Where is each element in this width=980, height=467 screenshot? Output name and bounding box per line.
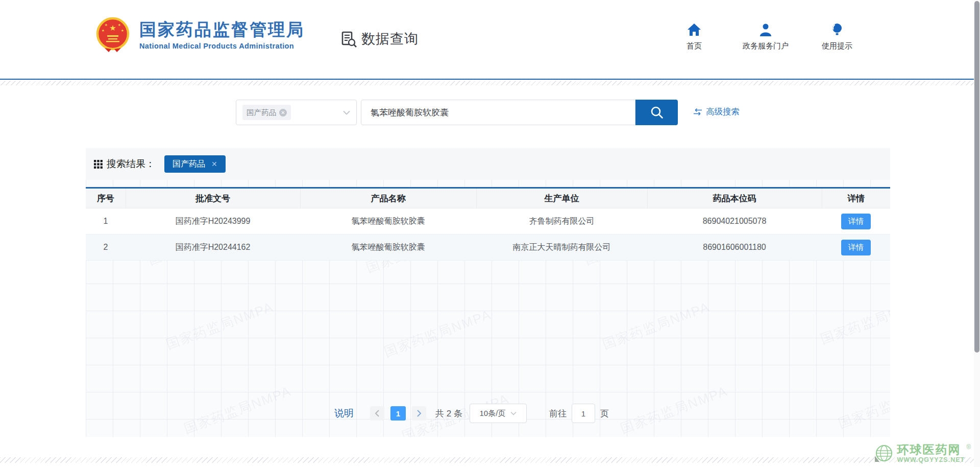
chevron-down-icon: [343, 110, 350, 115]
page: ★ ★ ★ ★ ★ 国家药品监督管理局 National Medical Pro…: [0, 0, 980, 467]
goto-suffix-label: 页: [600, 408, 609, 419]
sliders-icon: [693, 108, 702, 116]
category-tag-label: 国产药品: [247, 108, 276, 118]
bulb-icon: [829, 22, 845, 37]
nav-item-home[interactable]: 首页: [658, 22, 730, 51]
header-hatch-divider: [0, 81, 980, 85]
search-section: 国产药品 ✕ 高级搜索: [0, 100, 980, 125]
results-panel: 国家药监局NMPA国家药监局NMPA国家药监局NMPA国家药监局NMPA国家药监…: [86, 148, 890, 437]
footer-hatch-divider: [0, 457, 980, 463]
column-header-manufacturer: 生产单位: [476, 188, 647, 208]
cell-approval-no: 国药准字H20244162: [126, 235, 300, 261]
national-emblem-icon: ★ ★ ★ ★ ★: [94, 16, 131, 53]
svg-text:★: ★: [109, 24, 116, 32]
registered-mark: ®: [966, 443, 971, 451]
grid-icon: [94, 160, 103, 169]
cell-drug-code: 86901606001180: [647, 235, 822, 261]
site-name: 环球医药网: [897, 443, 965, 456]
nmpa-logo: ★ ★ ★ ★ ★ 国家药品监督管理局 National Medical Pro…: [94, 16, 305, 53]
table-row: 1 国药准字H20243999 氯苯唑酸葡胺软胶囊 齐鲁制药有限公司 86904…: [86, 208, 890, 235]
nav-item-label: 使用提示: [822, 41, 852, 51]
goto-page-input[interactable]: [572, 404, 595, 423]
next-page-button[interactable]: [412, 406, 426, 421]
nav-item-gov-portal[interactable]: 政务服务门户: [730, 22, 801, 51]
watermark-text: 国家药监局NMPA: [818, 293, 890, 348]
column-header-product-name: 产品名称: [300, 188, 476, 208]
nav-item-label: 政务服务门户: [743, 41, 789, 51]
cell-approval-no: 国药准字H20243999: [126, 208, 300, 235]
nav-item-label: 首页: [687, 41, 702, 51]
search-button[interactable]: [635, 100, 678, 125]
search-icon: [649, 105, 665, 120]
cell-manufacturer: 齐鲁制药有限公司: [476, 208, 647, 235]
results-label: 搜索结果：: [107, 157, 155, 171]
column-header-detail: 详情: [822, 188, 890, 208]
top-nav: 首页 政务服务门户 使用提示: [658, 22, 873, 51]
scrollbar-track[interactable]: [974, 0, 980, 467]
svg-text:★: ★: [105, 23, 108, 27]
advanced-search-label: 高级搜索: [706, 106, 740, 118]
scrollbar-thumb[interactable]: [974, 1, 979, 353]
cell-index: 2: [86, 235, 126, 261]
svg-text:★: ★: [102, 29, 105, 32]
watermark-text: 国家药监局NMPA: [600, 298, 713, 354]
column-header-drug-code: 药品本位码: [647, 188, 822, 208]
user-icon: [758, 22, 773, 37]
home-icon: [687, 22, 702, 37]
watermark-text: 国家药监局NMPA: [836, 377, 890, 433]
cell-index: 1: [86, 208, 126, 235]
page-size-value: 10条/页: [479, 409, 505, 418]
detail-button[interactable]: 详情: [841, 240, 871, 255]
agency-title: 国家药品监督管理局: [139, 19, 305, 40]
prev-page-button[interactable]: [370, 406, 384, 421]
column-header-approval-no: 批准文号: [126, 188, 300, 208]
svg-text:★: ★: [118, 23, 121, 27]
chevron-right-icon: [416, 410, 422, 417]
agency-subtitle: National Medical Products Administration: [139, 42, 305, 50]
note-link[interactable]: 说明: [334, 407, 354, 420]
filter-tag-label: 国产药品: [173, 159, 205, 170]
watermark-text: 国家药监局NMPA: [382, 306, 494, 361]
nav-item-tips[interactable]: 使用提示: [801, 22, 873, 51]
chevron-down-icon: [510, 411, 517, 415]
cell-drug-code: 86904021005078: [647, 208, 822, 235]
category-select[interactable]: 国产药品 ✕: [236, 100, 357, 125]
advanced-search-link[interactable]: 高级搜索: [693, 106, 740, 118]
page-title: 数据查询: [361, 30, 419, 48]
globe-icon: [873, 443, 893, 464]
table-header-row: 序号 批准文号 产品名称 生产单位 药品本位码 详情: [86, 188, 890, 208]
goto-label: 前往: [549, 408, 567, 419]
detail-button[interactable]: 详情: [841, 214, 871, 229]
cell-manufacturer: 南京正大天晴制药有限公司: [476, 235, 647, 261]
watermark-text: 国家药监局NMPA: [164, 298, 276, 354]
pagination: 说明 1 共 2 条 10条/页 前往 页: [334, 404, 609, 423]
results-bar: 搜索结果： 国产药品 ✕: [86, 148, 890, 180]
data-query-icon: [339, 30, 357, 48]
chevron-left-icon: [375, 410, 380, 417]
watermark-text: 国家药监局NMPA: [182, 382, 294, 437]
results-table: 序号 批准文号 产品名称 生产单位 药品本位码 详情 1 国药准字H202439…: [86, 187, 890, 261]
filter-tag-close-icon[interactable]: ✕: [211, 160, 217, 168]
search-input[interactable]: [361, 100, 635, 125]
header: ★ ★ ★ ★ ★ 国家药品监督管理局 National Medical Pro…: [0, 0, 980, 80]
site-logo: 环球医药网 WWW.QGYYZS.NET ®: [873, 443, 971, 464]
logo-text: 国家药品监督管理局 National Medical Products Admi…: [139, 19, 305, 50]
total-count-label: 共 2 条: [435, 408, 462, 419]
site-text: 环球医药网 WWW.QGYYZS.NET: [897, 443, 965, 463]
category-tag: 国产药品 ✕: [242, 105, 291, 120]
column-header-index: 序号: [86, 188, 126, 208]
app-title-group: 数据查询: [339, 30, 419, 48]
watermark-text: 国家药监局NMPA: [618, 382, 730, 437]
svg-text:★: ★: [121, 29, 124, 32]
table-row: 2 国药准字H20244162 氯苯唑酸葡胺软胶囊 南京正大天晴制药有限公司 8…: [86, 235, 890, 261]
category-tag-remove-icon[interactable]: ✕: [279, 109, 287, 116]
page-button-1[interactable]: 1: [390, 406, 406, 421]
cell-product-name: 氯苯唑酸葡胺软胶囊: [300, 208, 476, 235]
filter-tag-domestic-drug[interactable]: 国产药品 ✕: [164, 155, 226, 173]
site-url: WWW.QGYYZS.NET: [897, 456, 965, 463]
page-size-select[interactable]: 10条/页: [470, 404, 527, 423]
cell-product-name: 氯苯唑酸葡胺软胶囊: [300, 235, 476, 261]
